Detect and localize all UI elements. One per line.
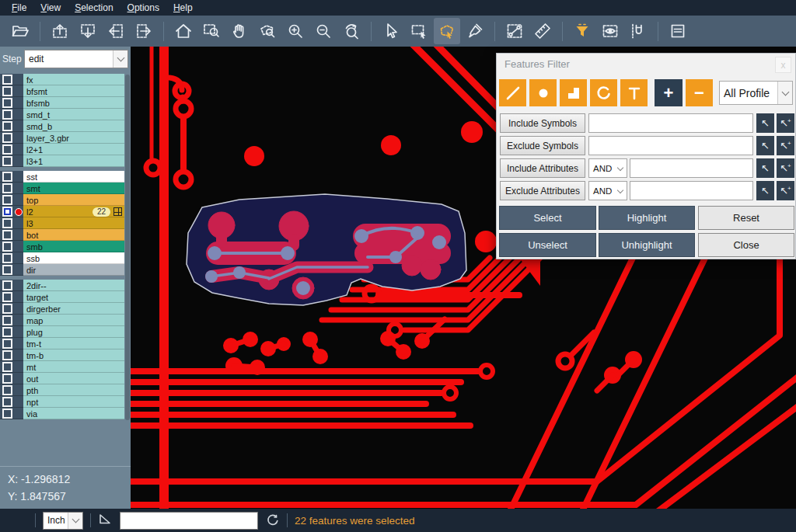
selected-features-region[interactable] xyxy=(187,194,466,305)
exclude-symbols-button[interactable]: Exclude Symbols xyxy=(500,136,585,155)
menu-selection[interactable]: Selection xyxy=(68,2,120,14)
exclude-symbols-pick-button[interactable]: ↖ xyxy=(756,136,774,155)
command-input[interactable] xyxy=(120,512,258,530)
layer-name[interactable]: bfsmt xyxy=(23,85,124,97)
filter-arc-button[interactable] xyxy=(590,79,617,106)
checkbox[interactable] xyxy=(2,280,12,290)
layer-visibility-checkbox[interactable] xyxy=(0,171,23,183)
layer-visibility-checkbox[interactable] xyxy=(0,206,23,217)
layer-name[interactable]: smd_b xyxy=(23,120,124,132)
zoom-out-button[interactable] xyxy=(310,18,337,44)
layer-visibility-checkbox[interactable] xyxy=(0,97,23,109)
exclude-symbols-input[interactable] xyxy=(588,136,753,155)
layer-row-bfsmb[interactable]: bfsmb xyxy=(0,97,124,109)
reset-button[interactable]: Reset xyxy=(698,206,794,230)
layer-row-top[interactable]: top xyxy=(0,194,124,206)
include-attributes-pick-button[interactable]: ↖ xyxy=(756,158,774,178)
checkbox[interactable] xyxy=(2,144,12,155)
layer-visibility-checkbox[interactable] xyxy=(0,338,23,349)
home-view-button[interactable] xyxy=(170,18,197,44)
pan-up-button[interactable] xyxy=(47,18,73,44)
layer-row-via[interactable]: via xyxy=(0,408,124,419)
layer-visibility-checkbox[interactable] xyxy=(0,217,23,229)
checkbox[interactable] xyxy=(2,156,12,166)
layer-visibility-checkbox[interactable] xyxy=(0,303,23,315)
layer-row-target[interactable]: target xyxy=(0,291,124,303)
menu-help[interactable]: Help xyxy=(166,2,200,14)
include-symbols-pick-button[interactable]: ↖ xyxy=(756,113,774,133)
ruler-button[interactable] xyxy=(529,18,556,44)
layer-visibility-checkbox[interactable] xyxy=(0,74,23,85)
layer-visibility-checkbox[interactable] xyxy=(0,155,23,167)
checkbox[interactable] xyxy=(2,242,12,252)
layer-visibility-checkbox[interactable] xyxy=(0,183,23,194)
layer-visibility-checkbox[interactable] xyxy=(0,361,23,373)
checkbox[interactable] xyxy=(2,98,12,108)
exclude-attributes-pick-button[interactable]: ↖ xyxy=(756,181,774,200)
include-symbols-pick-add-button[interactable]: ↖+ xyxy=(777,113,794,133)
layer-row-tm-b[interactable]: tm-b xyxy=(0,349,124,361)
pan-down-button[interactable] xyxy=(75,18,101,44)
layer-name[interactable]: l2+1 xyxy=(23,144,124,155)
layer-visibility-checkbox[interactable] xyxy=(0,144,23,155)
checkbox[interactable] xyxy=(2,339,12,349)
layer-name[interactable]: l3+1 xyxy=(23,155,124,167)
layer-row-out[interactable]: out xyxy=(0,373,124,384)
zoom-window-button[interactable] xyxy=(198,18,225,44)
layer-visibility-checkbox[interactable] xyxy=(0,373,23,384)
layer-row-smd_t[interactable]: smd_t xyxy=(0,109,124,120)
layer-row-l3+1[interactable]: l3+1 xyxy=(0,155,124,167)
layer-visibility-checkbox[interactable] xyxy=(0,85,23,97)
checkbox[interactable] xyxy=(2,75,12,85)
select-rectangle-button[interactable] xyxy=(406,18,432,44)
negative-polarity-button[interactable]: − xyxy=(686,79,713,106)
layer-name[interactable]: tm-t xyxy=(23,338,124,349)
layer-visibility-checkbox[interactable] xyxy=(0,326,23,338)
pan-left-button[interactable] xyxy=(103,18,129,44)
exclude-symbols-pick-add-button[interactable]: ↖+ xyxy=(777,136,794,155)
highlight-button[interactable]: Highlight xyxy=(599,206,695,230)
layer-row-2dir--[interactable]: 2dir-- xyxy=(0,280,124,291)
include-symbols-input[interactable] xyxy=(588,113,753,133)
select-polygon-button[interactable] xyxy=(434,18,460,44)
layer-row-smt[interactable]: smt xyxy=(0,183,124,194)
layer-name[interactable]: mt xyxy=(23,361,124,373)
layer-visibility-checkbox[interactable] xyxy=(0,264,23,276)
measure-distance-button[interactable] xyxy=(501,18,528,44)
checkbox[interactable] xyxy=(2,350,12,360)
checkbox[interactable] xyxy=(2,195,12,205)
unhighlight-button[interactable]: Unhighlight xyxy=(599,233,695,257)
checkbox[interactable] xyxy=(2,362,12,372)
layer-name[interactable]: tm-b xyxy=(23,349,124,361)
layer-list-scrollbar[interactable] xyxy=(125,75,130,420)
step-select[interactable]: edit xyxy=(24,50,128,68)
layer-visibility-checkbox[interactable] xyxy=(0,241,23,252)
layer-name[interactable]: fx xyxy=(23,74,124,85)
open-folder-button[interactable] xyxy=(7,18,33,44)
layer-row-fx[interactable]: fx xyxy=(0,74,124,85)
layer-visibility-checkbox[interactable] xyxy=(0,396,23,408)
include-attributes-button[interactable]: Include Attributes xyxy=(500,158,585,178)
view-options-button[interactable] xyxy=(597,18,623,44)
layer-name[interactable]: smb xyxy=(23,241,124,252)
checkbox[interactable] xyxy=(2,327,12,337)
layer-name[interactable]: top xyxy=(23,194,124,206)
layer-visibility-checkbox[interactable] xyxy=(0,291,23,303)
layer-row-mt[interactable]: mt xyxy=(0,361,124,373)
layer-name[interactable]: layer_3.gbr xyxy=(23,132,124,144)
checkbox[interactable] xyxy=(2,121,12,131)
layer-row-pth[interactable]: pth xyxy=(0,384,124,396)
checkbox[interactable] xyxy=(2,304,12,314)
filter-pad-button[interactable] xyxy=(529,79,557,106)
layers-panel-button[interactable] xyxy=(665,18,691,44)
layer-name[interactable]: dir xyxy=(23,264,124,276)
pan-hand-button[interactable] xyxy=(226,18,253,44)
layer-name[interactable]: pth xyxy=(23,384,124,396)
checkbox[interactable] xyxy=(2,253,12,263)
checkbox[interactable] xyxy=(2,409,12,419)
clear-highlight-button[interactable] xyxy=(462,18,488,44)
layer-row-l2[interactable]: l222 xyxy=(0,206,124,217)
layer-name[interactable]: l3 xyxy=(23,217,124,229)
layer-name[interactable]: dirgerber xyxy=(23,303,124,315)
snap-button[interactable] xyxy=(625,18,651,44)
